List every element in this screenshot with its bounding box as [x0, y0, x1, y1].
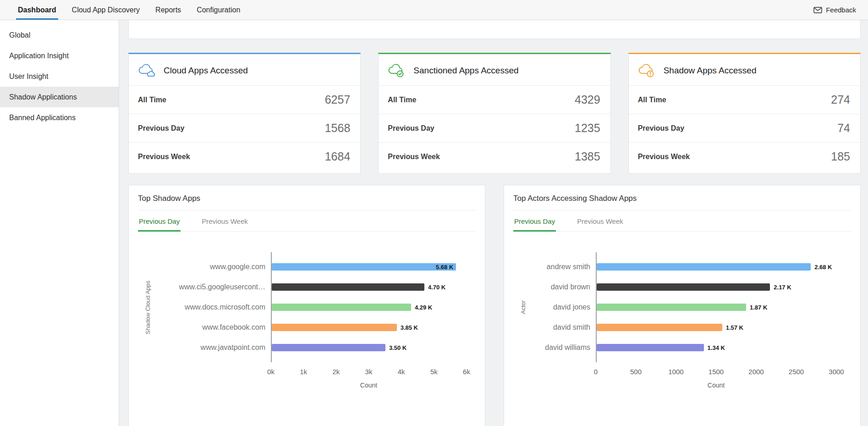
stat-row-previous-week: Previous Week 185	[629, 142, 860, 171]
cloud-icon	[138, 63, 156, 78]
bars-area: andrew smith2.68 Kdavid brown2.17 Kdavid…	[596, 252, 836, 362]
top-navigation: Dashboard Cloud App Discovery Reports Co…	[0, 0, 868, 20]
chart-row: www.google.com5.68 K	[272, 257, 467, 277]
card-header: Shadow Apps Accessed	[629, 54, 860, 85]
stat-label: Previous Day	[638, 124, 684, 133]
x-tick-label: 500	[630, 368, 642, 376]
chart-row: david brown2.17 K	[597, 277, 836, 297]
category-label: andrew smith	[547, 263, 590, 271]
stat-value: 1568	[325, 122, 351, 135]
sidebar-item-global[interactable]: Global	[0, 25, 119, 45]
bar-david-jones[interactable]	[597, 304, 746, 311]
stat-value: 1385	[575, 150, 600, 163]
stat-value: 74	[837, 122, 850, 135]
chart-row: www.facebook.com3.85 K	[272, 317, 467, 337]
chart-panel-top-actors-accessing-shadow-apps: Top Actors Accessing Shadow Apps Previou…	[504, 185, 861, 426]
stat-row-previous-day: Previous Day 1568	[129, 114, 360, 142]
stat-label: Previous Day	[388, 124, 434, 133]
card-title: Sanctioned Apps Accessed	[413, 66, 518, 76]
bars-area: www.google.com5.68 Kwww.ci5.googleuserco…	[271, 252, 467, 362]
bar-value-label: 3.85 K	[401, 324, 418, 331]
stat-card-row: Cloud Apps Accessed All Time 6257 Previo…	[128, 53, 861, 174]
nav-tabs: Dashboard Cloud App Discovery Reports Co…	[0, 0, 248, 20]
chart-panel-top-shadow-apps: Top Shadow Apps Previous Day Previous We…	[128, 185, 485, 426]
x-axis-title: Count	[271, 382, 467, 389]
stat-value: 1235	[575, 122, 600, 135]
bar-value-label: 1.34 K	[708, 344, 725, 351]
stat-label: Previous Week	[388, 153, 440, 161]
tab-reports-label: Reports	[155, 6, 181, 14]
panel-title: Top Shadow Apps	[138, 185, 476, 210]
chart-row: david smith1.57 K	[597, 317, 836, 337]
bar-value-label: 2.17 K	[774, 284, 791, 291]
bar-david-smith[interactable]	[597, 324, 722, 331]
x-axis-title: Count	[596, 382, 836, 389]
bar-andrew-smith[interactable]	[597, 263, 811, 271]
card-header: Cloud Apps Accessed	[129, 54, 360, 85]
bar-www-facebook-com[interactable]	[272, 324, 397, 331]
category-label: david brown	[551, 283, 590, 291]
tab-configuration[interactable]: Configuration	[196, 0, 241, 20]
x-tick-label: 3k	[365, 368, 373, 376]
tab-reports[interactable]: Reports	[154, 0, 182, 20]
x-tick-label: 2000	[748, 368, 764, 376]
category-label: david williams	[545, 343, 590, 352]
bar-www-javatpoint-com[interactable]	[272, 344, 385, 351]
x-tick-label: 0	[594, 368, 598, 376]
stat-card-sanctioned-apps-accessed: Sanctioned Apps Accessed All Time 4329 P…	[378, 53, 610, 174]
bar-david-williams[interactable]	[597, 344, 704, 351]
bar-www-ci5-googleusercont[interactable]	[272, 283, 424, 291]
chart-row: www.docs.microsoft.com4.29 K	[272, 297, 467, 317]
stat-value: 185	[831, 150, 850, 163]
y-axis-title: Actor	[517, 252, 529, 362]
bar-value-label: 2.68 K	[814, 264, 832, 271]
feedback-label: Feedback	[826, 6, 856, 14]
sidebar-item-user-insight[interactable]: User Insight	[0, 66, 119, 87]
stat-row-previous-day: Previous Day 1235	[379, 114, 610, 142]
chart-row: www.ci5.googleusercont…4.70 K	[272, 277, 467, 297]
tab-cloud-app-discovery[interactable]: Cloud App Discovery	[71, 0, 141, 20]
panel-tabs: Previous Day Previous Week	[138, 210, 476, 232]
bar-www-google-com[interactable]: 5.68 K	[272, 263, 456, 271]
scrolled-panel-edge	[128, 20, 861, 39]
stat-value: 274	[831, 93, 850, 106]
stat-label: Previous Week	[138, 153, 190, 161]
bar-value-label: 4.29 K	[415, 304, 432, 311]
card-header: Sanctioned Apps Accessed	[379, 54, 610, 85]
category-label: www.javatpoint.com	[201, 343, 265, 352]
tab-cloud-app-discovery-label: Cloud App Discovery	[72, 6, 140, 14]
feedback-button[interactable]: Feedback	[802, 0, 868, 20]
x-tick-label: 1500	[709, 368, 724, 376]
y-axis-title: Shadow Cloud Apps	[142, 252, 154, 362]
stat-row-previous-week: Previous Week 1684	[129, 142, 360, 171]
bar-david-brown[interactable]	[597, 283, 770, 291]
stat-label: All Time	[638, 96, 666, 104]
stat-card-shadow-apps-accessed: Shadow Apps Accessed All Time 274 Previo…	[628, 53, 861, 174]
tab-previous-day[interactable]: Previous Day	[138, 210, 181, 231]
sidebar-item-shadow-applications[interactable]: Shadow Applications	[0, 87, 119, 107]
category-label: www.ci5.googleusercont…	[179, 283, 265, 291]
tab-dashboard[interactable]: Dashboard	[17, 0, 57, 20]
sidebar-item-banned-applications[interactable]: Banned Applications	[0, 107, 119, 128]
bar-value-label: 3.50 K	[389, 344, 407, 351]
envelope-icon	[813, 7, 822, 13]
chart-row: www.javatpoint.com3.50 K	[272, 337, 467, 358]
stat-card-cloud-apps-accessed: Cloud Apps Accessed All Time 6257 Previo…	[128, 53, 361, 174]
cloud-check-icon	[388, 63, 406, 78]
x-tick-label: 5k	[430, 368, 438, 376]
chart-row: david jones1.87 K	[597, 297, 836, 317]
sidebar-item-application-insight[interactable]: Application Insight	[0, 45, 119, 66]
tab-previous-day[interactable]: Previous Day	[513, 210, 556, 231]
category-label: david jones	[553, 303, 590, 311]
stat-row-previous-week: Previous Week 1385	[379, 142, 610, 171]
tab-previous-week[interactable]: Previous Week	[201, 210, 249, 231]
stat-row-previous-day: Previous Day 74	[629, 114, 860, 142]
tab-previous-week[interactable]: Previous Week	[576, 210, 624, 231]
chart-panel-row: Top Shadow Apps Previous Day Previous We…	[128, 185, 861, 426]
stat-row-all-time: All Time 4329	[379, 85, 610, 114]
x-tick-label: 2k	[332, 368, 340, 376]
bar-value-label: 4.70 K	[428, 284, 445, 291]
bar-www-docs-microsoft-com[interactable]	[272, 304, 411, 311]
card-title: Shadow Apps Accessed	[664, 66, 757, 76]
bar-value-label: 1.87 K	[750, 304, 767, 311]
